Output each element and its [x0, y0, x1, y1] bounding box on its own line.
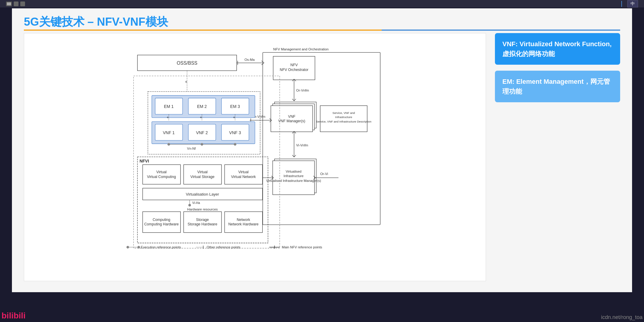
- nfvi-label: NFVI: [140, 159, 149, 163]
- oss-bss-label: OSS/BSS: [177, 61, 197, 66]
- svg-text:Computing Hardware: Computing Hardware: [144, 222, 179, 226]
- service-desc-label: Service, VNF and: [332, 111, 355, 114]
- svg-rect-15: [271, 106, 312, 132]
- em-info-box: EM: Element Management，网元管理功能: [495, 71, 620, 102]
- virtual-computing-label: Virtual: [156, 170, 167, 174]
- watermark: icdn.net/rong_toa: [601, 314, 643, 321]
- svg-text:Virtual Network: Virtual Network: [231, 175, 256, 179]
- ref-or-vi: Or-Vi: [320, 172, 328, 176]
- ref-vi-vnfm: Vi-Vnfm: [296, 143, 308, 147]
- svg-point-74: [234, 143, 236, 146]
- virtual-storage-label: Virtual: [197, 170, 208, 174]
- svg-line-11: [292, 99, 294, 101]
- svg-point-81: [137, 246, 140, 249]
- svg-text:+: +: [185, 79, 187, 84]
- computing-hardware-label: Computing: [153, 218, 170, 222]
- vnf3-label: VNF 3: [229, 130, 241, 135]
- svg-text:Infrastructure: Infrastructure: [335, 115, 352, 119]
- legend-execution: Execution reference points: [141, 245, 181, 249]
- legend-main-nfv: Main NFV reference points: [282, 245, 322, 249]
- storage-hardware-label: Storage: [196, 218, 209, 222]
- svg-text:Storage Hardware: Storage Hardware: [188, 222, 217, 226]
- hardware-resources-label: Hardware resources: [187, 208, 218, 211]
- ref-vn-nf: Vn-Nf: [187, 147, 196, 150]
- nfv-orchestration-label: NFV Management and Orchestration: [273, 47, 329, 51]
- vnf1-label: VNF 1: [163, 130, 175, 135]
- em1-label: EM 1: [164, 104, 174, 109]
- svg-point-79: [126, 246, 129, 249]
- nfv-orchestrator-label: NFV: [290, 63, 298, 67]
- em3-label: EM 3: [230, 104, 240, 109]
- virtual-network-label: Virtual: [238, 170, 249, 174]
- diagram-svg: NFV Management and Orchestration OSS/BSS…: [30, 39, 480, 256]
- title-section: 5G关键技术 – NFV-VNF模块: [24, 14, 620, 31]
- svg-text:VNF Manager(s): VNF Manager(s): [278, 119, 305, 123]
- svg-line-12: [294, 99, 296, 101]
- svg-text:NFV Orchestrator: NFV Orchestrator: [280, 68, 308, 72]
- right-panels: VNF: Virtualized Network Function, 虚拟化的网…: [495, 33, 620, 281]
- svg-text:+: +: [167, 115, 169, 120]
- legend-other: Other reference points: [207, 245, 240, 249]
- svg-text:Service, VNF and Infrastructur: Service, VNF and Infrastructure Descript…: [316, 120, 371, 123]
- svg-line-27: [292, 155, 294, 157]
- vnf2-label: VNF 2: [196, 130, 208, 135]
- virtualised-infra-label: Virtualised: [286, 170, 301, 173]
- ref-vi-ha: Vi-Ha: [192, 201, 200, 205]
- svg-point-50: [188, 204, 191, 207]
- virtualisation-layer-label: Virtualisation Layer: [186, 192, 219, 196]
- svg-text:+: +: [200, 115, 202, 120]
- legend: Execution reference points Other referen…: [126, 245, 322, 249]
- network-hardware-label: Network: [237, 218, 250, 222]
- ref-or-vnfm: Or-Vnfm: [296, 89, 309, 92]
- svg-text:Infrastructure: Infrastructure: [284, 174, 304, 178]
- page-title: 5G关键技术 – NFV-VNF模块: [24, 14, 620, 30]
- diagram-container: NFV Management and Orchestration OSS/BSS…: [24, 33, 486, 281]
- svg-text:Virtual Computing: Virtual Computing: [147, 175, 176, 179]
- svg-text:Virtualised Infrastructure Man: Virtualised Infrastructure Manager(s): [266, 179, 321, 182]
- svg-text:Network Hardware: Network Hardware: [228, 222, 259, 226]
- svg-text:Virtual Storage: Virtual Storage: [191, 175, 215, 179]
- ref-os-ma: Os-Ma: [244, 58, 255, 61]
- vnf-info-box: VNF: Virtualized Network Function, 虚拟化的网…: [495, 33, 620, 65]
- logo: bilibili: [1, 311, 26, 321]
- lang-button[interactable]: 中: [627, 0, 638, 7]
- vnf-manager-label: VNF: [288, 114, 295, 119]
- svg-text:+: +: [233, 115, 235, 120]
- em2-label: EM 2: [197, 104, 207, 109]
- svg-line-28: [294, 155, 296, 157]
